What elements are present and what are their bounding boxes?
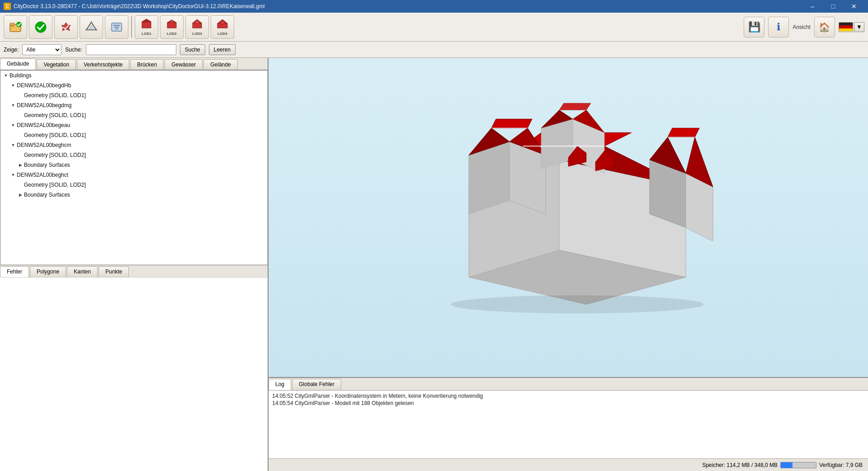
tree-buildings-label: Buildings (9, 72, 32, 79)
expand-4-geo-icon (17, 151, 24, 159)
tree-item-2-geo[interactable]: Geometry [SOLID, LOD1] (0, 110, 267, 120)
expand-2-icon[interactable]: ▼ (9, 102, 17, 109)
tab-vegetation[interactable]: Vegetation (37, 59, 76, 70)
viewport-3d[interactable] (269, 58, 868, 377)
tree-item-2[interactable]: ▼ DENW52AL00begdmg (0, 100, 267, 110)
tab-bruecken[interactable]: Brücken (130, 59, 164, 70)
svg-marker-38 (491, 119, 532, 128)
tree-item-1[interactable]: ▼ DENW52AL00begdHb (0, 80, 267, 90)
filter-button[interactable] (105, 15, 128, 39)
check-button[interactable] (29, 15, 52, 39)
expand-4-icon[interactable]: ▼ (9, 141, 17, 149)
flag-dropdown-button[interactable]: ▼ (854, 22, 864, 32)
log-content: 14:05:52 CityGmlParser - Koordinatensyst… (269, 391, 868, 458)
lod3-button[interactable]: LOD3 (185, 15, 209, 39)
expand-1-icon[interactable]: ▼ (9, 82, 17, 89)
expand-3-geo-icon (17, 132, 24, 139)
tree-item-3[interactable]: ▼ DENW52AL00begeau (0, 120, 267, 130)
tree-item-4-boundary-row[interactable]: ▶ Boundary Surfaces (15, 161, 267, 169)
expand-5-icon[interactable]: ▼ (9, 171, 17, 179)
log-tab-globale-fehler[interactable]: Globale Fehler (292, 379, 341, 390)
toolbar: LOD1 LOD2 LOD3 (0, 13, 868, 42)
tree-item-4-row[interactable]: ▼ DENW52AL00beghcm (8, 141, 267, 149)
tree-item-4-boundary[interactable]: ▶ Boundary Surfaces (0, 160, 267, 170)
tab-polygone[interactable]: Polygone (30, 266, 66, 277)
expand-buildings-icon[interactable]: ▼ (2, 72, 9, 79)
tree-item-5-boundary-row[interactable]: ▶ Boundary Surfaces (15, 191, 267, 199)
tree-area[interactable]: ▼ Buildings ▼ DENW52AL00begdHb Geometry … (0, 70, 268, 265)
tree-item-1-geo[interactable]: Geometry [SOLID, LOD1] (0, 90, 267, 100)
tab-verkehr[interactable]: Verkehrsobjekte (77, 59, 129, 70)
left-panel: Gebäude Vegetation Verkehrsobjekte Brück… (0, 58, 269, 471)
expand-5-boundary-icon[interactable]: ▶ (17, 191, 24, 198)
tree-item-5-boundary[interactable]: ▶ Boundary Surfaces (0, 190, 267, 200)
tab-gebaeude[interactable]: Gebäude (0, 58, 36, 70)
title-bar-controls: – □ ✕ (802, 0, 864, 13)
tree-item-5-label: DENW52AL00beghct (17, 172, 68, 178)
tree-item-3-row[interactable]: ▼ DENW52AL00begeau (8, 121, 267, 129)
tab-kanten[interactable]: Kanten (67, 266, 98, 277)
log-line-1: 14:05:52 CityGmlParser - Koordinatensyst… (272, 392, 864, 400)
ansicht-label: Ansicht (793, 24, 810, 30)
open-button[interactable] (4, 15, 27, 39)
view-button[interactable]: 🏠 (814, 17, 835, 38)
tree-item-5-geo[interactable]: Geometry [SOLID, LOD2] (0, 180, 267, 190)
tree-item-2-geo-label: Geometry [SOLID, LOD1] (24, 112, 86, 118)
bottom-tab-bar: Fehler Polygone Kanten Punkte (0, 265, 268, 278)
log-tab-log[interactable]: Log (269, 379, 291, 390)
tree-item-4-geo-row[interactable]: Geometry [SOLID, LOD2] (15, 151, 267, 159)
svg-rect-1 (10, 25, 14, 27)
lod4-button[interactable]: LOD4 (211, 15, 234, 39)
leeren-button[interactable]: Leeren (209, 44, 236, 55)
tree-item-2-label: DENW52AL00begdmg (17, 102, 71, 108)
lod2-button[interactable]: LOD2 (160, 15, 184, 39)
flag-gold (839, 28, 853, 32)
tree-item-5-geo-row[interactable]: Geometry [SOLID, LOD2] (15, 181, 267, 189)
maximize-button[interactable]: □ (823, 0, 844, 13)
tree-item-1-geo-row[interactable]: Geometry [SOLID, LOD1] (15, 91, 267, 99)
tree-buildings-row[interactable]: ▼ Buildings (0, 71, 267, 80)
tree-item-3-geo-label: Geometry [SOLID, LOD1] (24, 132, 86, 138)
tree-buildings[interactable]: ▼ Buildings (0, 71, 267, 80)
geometry-button[interactable] (80, 15, 103, 39)
tree-item-4[interactable]: ▼ DENW52AL00beghcm (0, 140, 267, 150)
tree-item-5-row[interactable]: ▼ DENW52AL00beghct (8, 171, 267, 179)
expand-1-geo-icon (17, 92, 24, 99)
svg-point-54 (451, 295, 704, 313)
lod1-button[interactable]: LOD1 (135, 15, 158, 39)
filter-select[interactable]: Alle Gebäude Vegetation (22, 44, 61, 55)
memory-label: Speicher: 114,2 MB / 348,0 MB (702, 462, 778, 468)
close-button[interactable]: ✕ (844, 0, 864, 13)
memory-bar-container: Speicher: 114,2 MB / 348,0 MB Verfügbar:… (702, 462, 863, 468)
suche-label: Suche: (65, 47, 82, 53)
flag-red (839, 25, 853, 28)
info-button[interactable]: ℹ (768, 17, 789, 38)
tree-item-3-geo[interactable]: Geometry [SOLID, LOD1] (0, 130, 267, 140)
tree-item-2-row[interactable]: ▼ DENW52AL00begdmg (8, 101, 267, 109)
suche-button[interactable]: Suche (180, 44, 205, 55)
log-area: Log Globale Fehler 14:05:52 CityGmlParse… (269, 377, 868, 458)
building-svg (433, 87, 772, 322)
tree-item-5[interactable]: ▼ DENW52AL00beghct (0, 170, 267, 180)
tab-fehler[interactable]: Fehler (0, 266, 29, 277)
tab-gelaende[interactable]: Gelände (203, 59, 237, 70)
tree-item-1-row[interactable]: ▼ DENW52AL00begdHb (8, 81, 267, 89)
svg-point-7 (90, 21, 92, 23)
flag-icon (839, 22, 853, 32)
save-button[interactable]: 💾 (744, 17, 764, 38)
building-3d (433, 87, 772, 324)
expand-3-icon[interactable]: ▼ (9, 122, 17, 129)
svg-marker-48 (559, 103, 591, 110)
tree-item-2-geo-row[interactable]: Geometry [SOLID, LOD1] (15, 111, 267, 119)
heal-button[interactable] (54, 15, 78, 39)
expand-4-boundary-icon[interactable]: ▶ (17, 161, 24, 169)
tab-punkte[interactable]: Punkte (99, 266, 129, 277)
tab-gewaesser[interactable]: Gewässer (165, 59, 203, 70)
expand-2-geo-icon (17, 112, 24, 119)
search-input[interactable] (86, 44, 176, 55)
minimize-button[interactable]: – (802, 0, 823, 13)
tree-item-3-geo-row[interactable]: Geometry [SOLID, LOD1] (15, 131, 267, 139)
window-title: CityDoctor 3.13.0-28f2477 - C:\Job\Vortr… (14, 3, 264, 9)
tree-item-4-geo[interactable]: Geometry [SOLID, LOD2] (0, 150, 267, 160)
svg-point-9 (85, 29, 87, 31)
